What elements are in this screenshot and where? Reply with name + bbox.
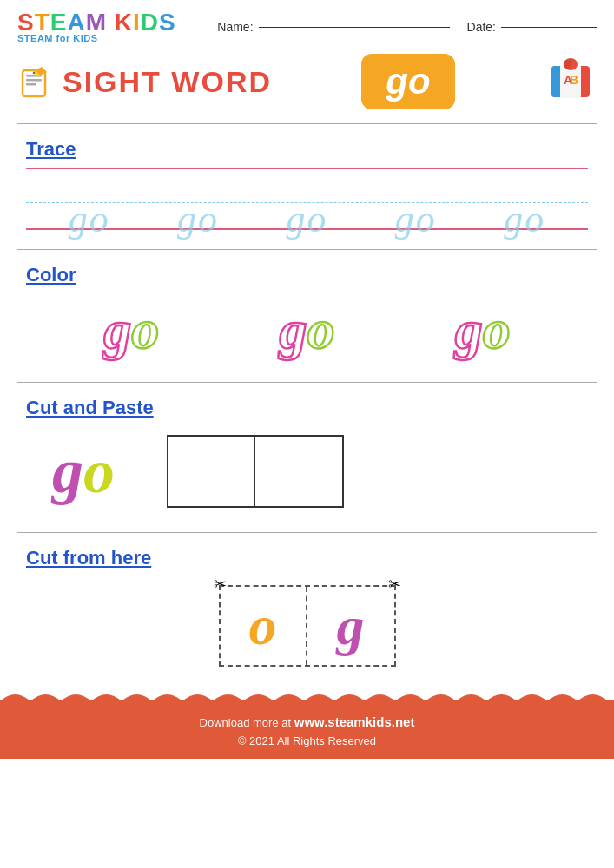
cut-paste-title: Cut and Paste [26, 397, 588, 419]
date-line: Date: [467, 20, 597, 34]
cut-letter-g: g [337, 594, 365, 658]
cut-letter-box-g: g [307, 587, 394, 665]
header: STEAM KIDS STEAM for KIDS Name: Date: [0, 0, 614, 50]
cut-paste-section: Cut and Paste go [0, 388, 614, 527]
footer-download: Download more at [200, 716, 292, 729]
sight-word-left: SIGHT WORD [17, 63, 272, 100]
cut-paste-g: g [52, 437, 83, 506]
name-line: Name: [217, 20, 449, 34]
color-word-2: go [279, 302, 334, 358]
footer-copyright: © 2021 All Rights Reserved [238, 734, 376, 747]
divider-2 [17, 249, 597, 250]
cut-paste-o: o [83, 437, 115, 506]
color-word-1: go [103, 302, 159, 358]
svg-rect-2 [26, 79, 42, 82]
scissors-icon-left: ✂ [214, 575, 227, 594]
color-g-2: g [279, 302, 307, 358]
footer: Download more at www.steamkids.net © 202… [0, 700, 614, 760]
logo-text: STEAM KIDS [17, 10, 176, 35]
divider-3 [17, 382, 597, 383]
paste-box-2 [255, 437, 342, 506]
footer-text: Download more at www.steamkids.net © 202… [9, 712, 605, 751]
sight-word-title: SIGHT WORD [63, 65, 272, 99]
name-label: Name: [217, 20, 253, 34]
dashed-box: ✂ ✂ o g [219, 585, 396, 667]
trace-word-5: go [504, 197, 545, 241]
scissors-icon-right: ✂ [388, 575, 401, 594]
divider-4 [17, 532, 597, 533]
svg-point-14 [564, 60, 571, 69]
paste-boxes [167, 435, 344, 508]
cut-from-section: Cut from here ✂ ✂ o g [0, 538, 614, 691]
svg-rect-3 [26, 83, 36, 86]
divider-1 [17, 123, 597, 124]
book-icon: A B [545, 56, 597, 108]
name-dots [259, 27, 450, 28]
footer-url: www.steamkids.net [294, 714, 415, 729]
cut-from-area: ✂ ✂ o g [26, 576, 588, 684]
trace-word-3: go [286, 197, 327, 241]
cut-paste-area: go [26, 426, 588, 520]
trace-lines-container: go go go go go [26, 168, 588, 237]
sight-word-header: SIGHT WORD go A B [0, 50, 614, 118]
date-dots [501, 27, 597, 28]
logo-subtitle: STEAM for KIDS [17, 33, 98, 43]
color-word-3: go [455, 302, 511, 358]
color-g-1: g [103, 302, 131, 358]
cut-letter-box-o: o [221, 587, 307, 665]
name-date-area: Name: Date: [217, 20, 597, 34]
cut-paste-word: go [52, 436, 115, 508]
color-words: go go go [26, 293, 588, 370]
color-o-2: o [307, 302, 334, 358]
color-o-3: o [483, 302, 511, 358]
logo-area: STEAM KIDS STEAM for KIDS [17, 10, 176, 43]
color-section: Color go go go [0, 255, 614, 377]
cut-from-title: Cut from here [26, 547, 588, 569]
color-title: Color [26, 264, 588, 286]
trace-words: go go go go go [26, 163, 588, 233]
cut-letter-o: o [249, 594, 277, 658]
trace-section: Trace go go go go go [0, 129, 614, 244]
word-badge: go [361, 54, 454, 109]
trace-word-2: go [177, 197, 219, 241]
footer-scallop [0, 687, 614, 701]
pencil-icon [17, 63, 54, 100]
date-label: Date: [467, 20, 496, 34]
trace-word-4: go [395, 197, 437, 241]
trace-title: Trace [26, 138, 588, 161]
color-o-1: o [131, 302, 159, 358]
svg-text:B: B [570, 73, 578, 87]
trace-word-1: go [69, 197, 110, 241]
color-g-3: g [455, 302, 483, 358]
paste-box-1 [168, 437, 255, 506]
